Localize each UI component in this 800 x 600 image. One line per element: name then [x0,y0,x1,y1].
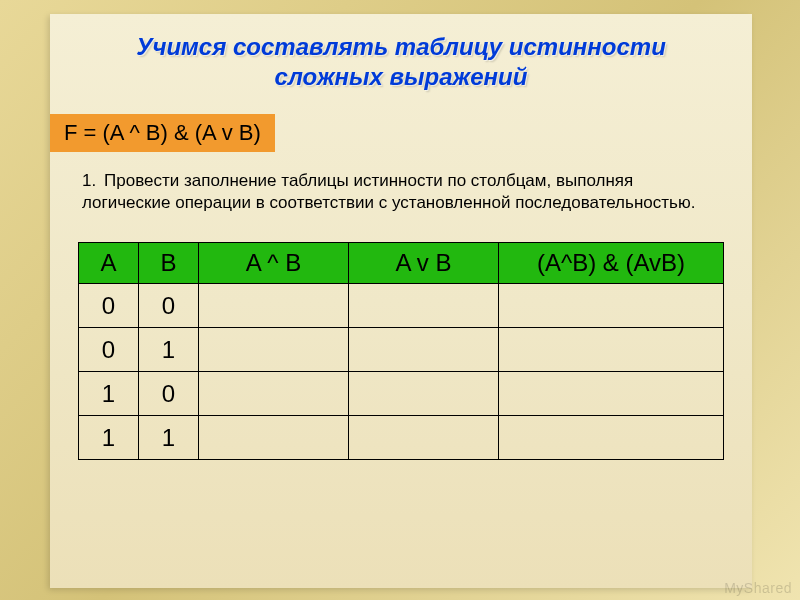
cell [199,416,349,460]
table-row: 0 0 [79,284,724,328]
cell: 0 [79,328,139,372]
formula-text: F = (A ^ B) & (A v B) [64,120,261,145]
header-a: A [79,243,139,284]
table-row: 1 0 [79,372,724,416]
instruction: 1.Провести заполнение таблицы истинности… [78,170,724,214]
cell [199,284,349,328]
instruction-text: Провести заполнение таблицы истинности п… [82,171,695,212]
cell [499,416,724,460]
cell: 1 [139,328,199,372]
slide-title: Учимся составлять таблицу истинности сло… [78,32,724,92]
cell [499,284,724,328]
cell [499,372,724,416]
cell: 0 [79,284,139,328]
table-row: 1 1 [79,416,724,460]
formula-box: F = (A ^ B) & (A v B) [50,114,275,152]
header-a-and-b: A ^ B [199,243,349,284]
cell: 1 [79,416,139,460]
cell [499,328,724,372]
cell [349,328,499,372]
header-a-or-b: A v B [349,243,499,284]
cell [349,284,499,328]
cell [199,372,349,416]
cell: 0 [139,284,199,328]
table-header-row: A B A ^ B A v B (A^B) & (AvB) [79,243,724,284]
watermark: MyShared [724,580,792,596]
header-b: B [139,243,199,284]
header-result: (A^B) & (AvB) [499,243,724,284]
title-line-2: сложных выражений [275,63,528,90]
cell [349,372,499,416]
truth-table: A B A ^ B A v B (A^B) & (AvB) 0 0 0 1 [78,242,724,460]
cell [199,328,349,372]
instruction-number: 1. [82,170,104,192]
cell [349,416,499,460]
slide: Учимся составлять таблицу истинности сло… [50,14,752,588]
title-line-1: Учимся составлять таблицу истинности [136,33,666,60]
cell: 1 [79,372,139,416]
cell: 1 [139,416,199,460]
cell: 0 [139,372,199,416]
table-row: 0 1 [79,328,724,372]
